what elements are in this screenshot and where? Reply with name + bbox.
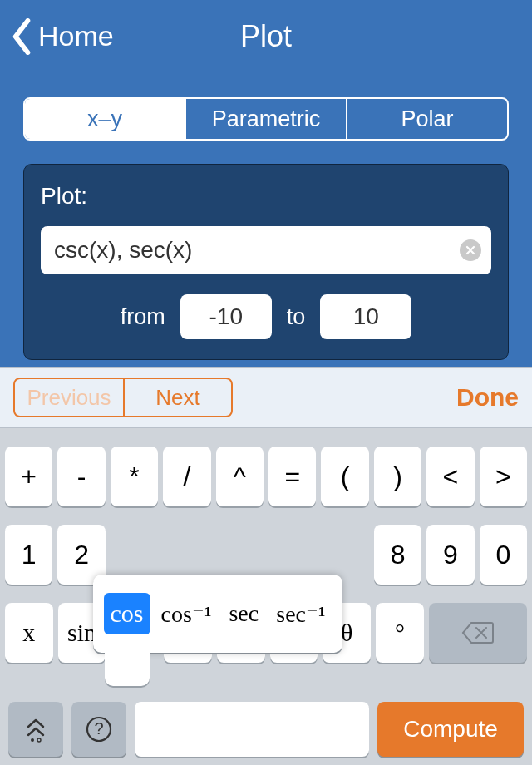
from-input[interactable] xyxy=(180,294,272,339)
help-button[interactable]: ? xyxy=(71,702,126,757)
keyboard-switch-button[interactable] xyxy=(8,702,63,757)
input-accessory-bar: Previous Next Done xyxy=(0,367,532,428)
key-times[interactable]: * xyxy=(111,447,158,506)
key-rparen[interactable]: ) xyxy=(374,447,421,506)
popup-option-asec[interactable]: sec⁻¹ xyxy=(269,594,332,634)
key-minus[interactable]: - xyxy=(57,447,105,506)
tab-parametric[interactable]: Parametric xyxy=(185,99,346,139)
key-gt[interactable]: > xyxy=(480,447,527,506)
keyboard: Previous Next Done + - * / ^ = ( ) < > 1… xyxy=(0,367,532,765)
key-plus[interactable]: + xyxy=(5,447,52,506)
key-degree[interactable]: ° xyxy=(376,603,424,663)
key-backspace[interactable] xyxy=(429,603,527,663)
key-x[interactable]: x xyxy=(5,603,53,663)
next-button[interactable]: Next xyxy=(123,379,231,416)
space-key[interactable] xyxy=(135,702,369,757)
previous-button[interactable]: Previous xyxy=(15,379,123,416)
from-label: from xyxy=(121,304,165,330)
svg-text:?: ? xyxy=(94,719,103,738)
svg-point-1 xyxy=(37,738,41,742)
to-input[interactable] xyxy=(320,294,411,339)
popup-option-sec[interactable]: sec xyxy=(222,594,265,634)
popup-option-acos[interactable]: cos⁻¹ xyxy=(155,594,219,634)
key-1[interactable]: 1 xyxy=(5,525,52,585)
compute-button[interactable]: Compute xyxy=(377,702,524,757)
plot-label: Plot: xyxy=(41,183,491,210)
tab-polar[interactable]: Polar xyxy=(346,99,507,139)
key-8[interactable]: 8 xyxy=(374,525,421,585)
to-label: to xyxy=(287,304,306,330)
key-0[interactable]: 0 xyxy=(480,525,527,585)
keyboard-bottom-bar: ? Compute xyxy=(0,693,532,765)
cos-key-popup: cos cos⁻¹ sec sec⁻¹ xyxy=(93,575,342,653)
popup-option-cos[interactable]: cos xyxy=(104,593,150,634)
backspace-icon xyxy=(461,620,495,645)
chevron-left-icon xyxy=(10,18,33,55)
key-equals[interactable]: = xyxy=(268,447,316,506)
svg-point-0 xyxy=(31,738,34,742)
help-icon: ? xyxy=(85,715,113,743)
plot-type-tabs: x–y Parametric Polar xyxy=(0,97,532,141)
expression-input[interactable] xyxy=(41,226,491,274)
back-button[interactable]: Home xyxy=(10,18,114,55)
key-9[interactable]: 9 xyxy=(426,525,474,585)
back-label: Home xyxy=(38,20,114,52)
prev-next-group: Previous Next xyxy=(13,378,233,417)
keyboard-keys: + - * / ^ = ( ) < > 1 2 8 9 0 x sin xyxy=(0,428,532,663)
plot-input-card: Plot: from to xyxy=(23,164,509,360)
key-lt[interactable]: < xyxy=(426,447,474,506)
key-divide[interactable]: / xyxy=(163,447,210,506)
tab-xy[interactable]: x–y xyxy=(25,99,185,139)
close-icon xyxy=(466,245,475,255)
nav-bar: Home Plot xyxy=(0,0,532,72)
key-lparen[interactable]: ( xyxy=(321,447,368,506)
done-button[interactable]: Done xyxy=(456,383,519,412)
range-row: from to xyxy=(41,294,491,339)
chevrons-up-icon xyxy=(22,715,50,743)
key-power[interactable]: ^ xyxy=(216,447,264,506)
clear-input-button[interactable] xyxy=(460,239,481,261)
